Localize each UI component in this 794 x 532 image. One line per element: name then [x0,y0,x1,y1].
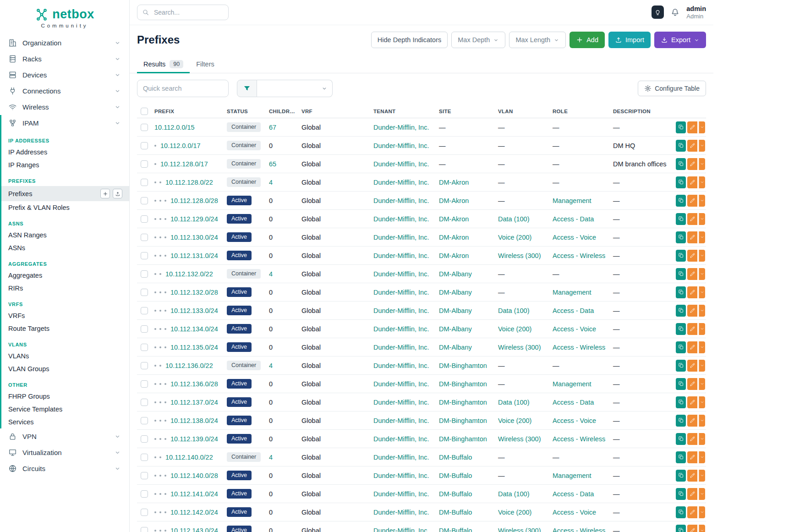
tenant-link[interactable]: Dunder-Mifflin, Inc. [373,527,429,532]
role-link[interactable]: Access - Voice [553,234,596,241]
row-checkbox[interactable] [141,435,148,443]
edit-dropdown-button[interactable] [699,250,705,262]
edit-button[interactable] [687,195,697,207]
quick-add-button[interactable] [100,189,110,198]
clone-button[interactable] [676,396,686,408]
edit-button[interactable] [687,231,697,243]
sidebar-item-ip-ranges[interactable]: IP Ranges [1,159,129,171]
edit-dropdown-button[interactable] [699,506,705,518]
vlan-link[interactable]: Voice (200) [498,417,531,424]
clone-button[interactable] [676,470,686,482]
tenant-link[interactable]: Dunder-Mifflin, Inc. [373,160,429,168]
edit-button[interactable] [687,488,697,500]
role-link[interactable]: Access - Wireless [553,435,605,443]
sidebar-item-connections[interactable]: Connections [0,83,129,99]
row-checkbox[interactable] [141,307,148,314]
edit-button[interactable] [687,323,697,335]
sidebar-item-aggregates[interactable]: Aggregates [1,269,129,282]
tenant-link[interactable]: Dunder-Mifflin, Inc. [373,362,429,369]
role-link[interactable]: Access - Wireless [553,527,605,532]
tenant-link[interactable]: Dunder-Mifflin, Inc. [373,124,429,131]
role-link[interactable]: Access - Data [553,307,594,314]
edit-button[interactable] [687,360,697,372]
row-checkbox[interactable] [141,252,148,259]
column-header-prefix[interactable]: PREFIX [152,109,224,114]
tenant-link[interactable]: Dunder-Mifflin, Inc. [373,215,429,223]
edit-button[interactable] [687,176,697,188]
column-header-status[interactable]: STATUS [224,109,266,114]
row-checkbox[interactable] [141,289,148,296]
clone-button[interactable] [676,525,686,532]
prefix-link[interactable]: 10.112.136.0/28 [170,380,218,388]
edit-button[interactable] [687,341,697,353]
site-link[interactable]: DM-Akron [439,252,469,259]
prefix-link[interactable]: 10.112.131.0/24 [170,252,218,259]
children-count-link[interactable]: 4 [269,270,273,278]
max-depth-dropdown[interactable]: Max Depth [451,32,505,48]
row-checkbox[interactable] [141,124,148,131]
column-header-vlan[interactable]: VLAN [495,109,550,114]
hide-depth-indicators-button[interactable]: Hide Depth Indicators [371,32,448,48]
quick-search-input[interactable] [137,80,229,97]
children-count-link[interactable]: 4 [269,362,273,369]
prefix-link[interactable]: 10.112.129.0/24 [170,215,218,223]
sidebar-item-wireless[interactable]: Wireless [0,99,129,115]
edit-dropdown-button[interactable] [699,140,705,152]
role-link[interactable]: Management [553,197,591,204]
children-count-link[interactable]: 67 [269,124,276,131]
edit-button[interactable] [687,451,697,463]
tenant-link[interactable]: Dunder-Mifflin, Inc. [373,454,429,461]
row-checkbox[interactable] [141,399,148,406]
tenant-link[interactable]: Dunder-Mifflin, Inc. [373,325,429,333]
row-checkbox[interactable] [141,197,148,204]
clone-button[interactable] [676,140,686,152]
vlan-link[interactable]: Data (100) [498,490,530,498]
column-header-description[interactable]: DESCRIPTION [610,109,673,114]
configure-table-button[interactable]: Configure Table [638,81,706,96]
clone-button[interactable] [676,250,686,262]
role-link[interactable]: Management [553,380,591,388]
prefix-link[interactable]: 10.112.128.0/17 [160,160,208,168]
tenant-link[interactable]: Dunder-Mifflin, Inc. [373,435,429,443]
prefix-link[interactable]: 10.112.135.0/24 [170,344,218,351]
tenant-link[interactable]: Dunder-Mifflin, Inc. [373,197,429,204]
column-header-site[interactable]: SITE [436,109,495,114]
edit-dropdown-button[interactable] [699,121,705,133]
sidebar-item-circuits[interactable]: Circuits [0,461,129,477]
edit-dropdown-button[interactable] [699,433,705,445]
tenant-link[interactable]: Dunder-Mifflin, Inc. [373,307,429,314]
sidebar-item-virtualization[interactable]: Virtualization [0,444,129,461]
row-checkbox[interactable] [141,380,148,388]
row-checkbox[interactable] [141,179,148,186]
prefix-link[interactable]: 10.112.140.0/22 [165,454,213,461]
prefix-link[interactable]: 10.112.141.0/24 [170,490,218,498]
vlan-link[interactable]: Data (100) [498,307,530,314]
row-checkbox[interactable] [141,454,148,461]
tenant-link[interactable]: Dunder-Mifflin, Inc. [373,142,429,149]
sidebar-item-fhrp-groups[interactable]: FHRP Groups [1,390,129,403]
site-link[interactable]: DM-Binghamton [439,417,487,424]
select-all-checkbox[interactable] [141,108,148,115]
edit-button[interactable] [687,158,697,170]
tenant-link[interactable]: Dunder-Mifflin, Inc. [373,270,429,278]
clone-button[interactable] [676,305,686,317]
edit-button[interactable] [687,268,697,280]
edit-button[interactable] [687,213,697,225]
clone-button[interactable] [676,268,686,280]
site-link[interactable]: DM-Albany [439,307,472,314]
prefix-link[interactable]: 10.112.137.0/24 [170,399,218,406]
sidebar-item-prefixes[interactable]: Prefixes [1,186,129,201]
clone-button[interactable] [676,433,686,445]
tenant-link[interactable]: Dunder-Mifflin, Inc. [373,252,429,259]
clone-button[interactable] [676,231,686,243]
site-link[interactable]: DM-Binghamton [439,399,487,406]
tenant-link[interactable]: Dunder-Mifflin, Inc. [373,509,429,516]
prefix-link[interactable]: 10.112.128.0/28 [170,197,218,204]
edit-dropdown-button[interactable] [699,451,705,463]
edit-button[interactable] [687,378,697,390]
edit-dropdown-button[interactable] [699,268,705,280]
role-link[interactable]: Access - Voice [553,325,596,333]
role-link[interactable]: Access - Data [553,490,594,498]
prefix-link[interactable]: 10.112.133.0/24 [170,307,218,314]
row-checkbox[interactable] [141,344,148,351]
